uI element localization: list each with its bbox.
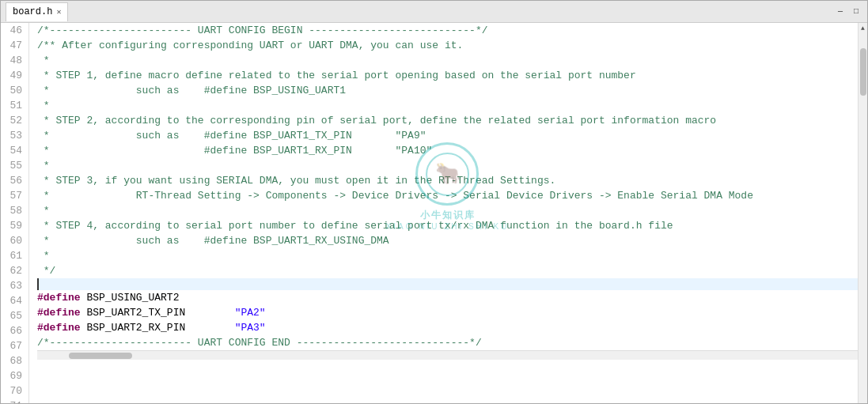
text-cursor (37, 278, 39, 290)
window-controls: — □ (834, 6, 862, 18)
code-token: * such as #define BSP_USING_UART1 (37, 83, 346, 98)
line-numbers: 4647484950515253545556575859606162636465… (1, 23, 29, 403)
code-line: * (37, 158, 858, 173)
code-token: #define (37, 305, 81, 320)
editor-window: board.h ✕ — □ 46474849505152535455565758… (0, 0, 868, 404)
title-bar: board.h ✕ — □ (1, 1, 867, 23)
code-line (37, 278, 858, 290)
code-line: */ (37, 263, 858, 278)
code-line: * STEP 2, according to the corresponding… (37, 113, 858, 128)
code-lines: 🐂 小牛知识库 XIAO NIU ZHI SHI KU /*----------… (37, 23, 858, 350)
horizontal-scrollbar[interactable] (37, 350, 858, 360)
scroll-up-arrow[interactable]: ▲ (859, 23, 868, 32)
code-line: /*----------------------- UART CONFIG BE… (37, 23, 858, 38)
code-token: BSP_UART2_TX_PIN (81, 305, 235, 320)
code-token: * STEP 1, define macro define related to… (37, 68, 636, 83)
code-token: * #define BSP_UART1_RX_PIN "PA10" (37, 143, 432, 158)
editor-area: 4647484950515253545556575859606162636465… (1, 23, 867, 403)
code-token: "PA3" (235, 320, 266, 335)
code-token: #define (37, 290, 81, 305)
code-line: * RT-Thread Setting -> Components -> Dev… (37, 188, 858, 203)
code-line: #define BSP_UART2_RX_PIN "PA3" (37, 320, 858, 335)
code-token: * (37, 98, 50, 113)
code-token: * such as #define BSP_UART1_TX_PIN "PA9" (37, 128, 426, 143)
code-line: * such as #define BSP_UART1_TX_PIN "PA9" (37, 128, 858, 143)
code-line: * STEP 3, if you want using SERIAL DMA, … (37, 173, 858, 188)
code-line: * #define BSP_UART1_RX_PIN "PA10" (37, 143, 858, 158)
minimize-button[interactable]: — (834, 6, 847, 18)
code-line: /** After configuring corresponding UART… (37, 38, 858, 53)
code-token: * (37, 158, 50, 173)
code-token: * such as #define BSP_UART1_RX_USING_DMA (37, 233, 389, 248)
tab-filename: board.h (13, 6, 52, 17)
code-line: * STEP 4, according to serial port numbe… (37, 218, 858, 233)
code-content[interactable]: 🐂 小牛知识库 XIAO NIU ZHI SHI KU /*----------… (29, 23, 858, 403)
code-line: * such as #define BSP_USING_UART1 (37, 83, 858, 98)
code-line: /*----------------------- UART CONFIG EN… (37, 335, 858, 350)
vertical-scrollbar-thumb[interactable] (860, 48, 866, 96)
code-token: * STEP 4, according to serial port numbe… (37, 218, 673, 233)
horizontal-scrollbar-thumb[interactable] (69, 353, 132, 359)
code-line: * (37, 53, 858, 68)
code-token: BSP_USING_UART2 (81, 290, 180, 305)
vertical-scrollbar[interactable]: ▲ (858, 23, 867, 403)
code-token: /*----------------------- UART CONFIG BE… (37, 23, 488, 38)
code-token: */ (37, 263, 55, 278)
code-token: #define (37, 320, 81, 335)
code-token: * (37, 53, 50, 68)
tab-close-icon[interactable]: ✕ (56, 7, 61, 17)
code-line: * (37, 203, 858, 218)
code-line: * such as #define BSP_UART1_RX_USING_DMA (37, 233, 858, 248)
code-token: * RT-Thread Setting -> Components -> Dev… (37, 188, 753, 203)
code-token: /** After configuring corresponding UART… (37, 38, 463, 53)
maximize-button[interactable]: □ (850, 6, 862, 18)
code-token: /*----------------------- UART CONFIG EN… (37, 335, 482, 350)
code-token: * STEP 3, if you want using SERIAL DMA, … (37, 173, 555, 188)
code-token: "PA2" (235, 305, 266, 320)
code-line: * STEP 1, define macro define related to… (37, 68, 858, 83)
code-line: #define BSP_USING_UART2 (37, 290, 858, 305)
editor-tab[interactable]: board.h ✕ (6, 2, 68, 21)
code-token: BSP_UART2_RX_PIN (81, 320, 235, 335)
code-line: * (37, 248, 858, 263)
code-line: * (37, 98, 858, 113)
code-token: * (37, 248, 50, 263)
code-token: * (37, 203, 50, 218)
code-line: #define BSP_UART2_TX_PIN "PA2" (37, 305, 858, 320)
code-token: * STEP 2, according to the corresponding… (37, 113, 716, 128)
